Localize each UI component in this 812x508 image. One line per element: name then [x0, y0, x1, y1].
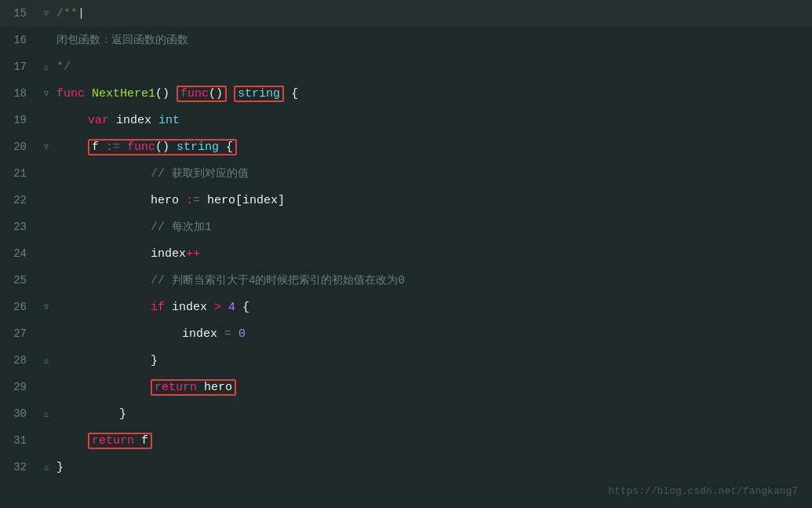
- line-num-29: 29: [0, 381, 39, 393]
- code-line-22: 22 hero := hero[index]: [0, 187, 812, 214]
- line-content-24: index++: [53, 247, 200, 261]
- fold-icon-28[interactable]: △: [39, 356, 53, 365]
- line-content-32: }: [53, 461, 64, 474]
- code-line-23: 23 // 每次加1: [0, 214, 812, 240]
- fold-icon-15[interactable]: ▽: [39, 9, 53, 18]
- code-line-24: 24 index++: [0, 240, 812, 267]
- fold-icon-30[interactable]: △: [39, 409, 53, 418]
- line-content-15: /**|: [53, 7, 85, 20]
- fold-icon-27: [39, 330, 53, 338]
- line-num-21: 21: [0, 167, 39, 180]
- fold-icon-25: [39, 276, 53, 285]
- line-content-20: f := func() string {: [53, 139, 237, 155]
- line-num-18: 18: [0, 87, 39, 100]
- fold-icon-29: [39, 383, 53, 392]
- watermark: https://blog.csdn.net/fangkang7: [608, 485, 798, 497]
- line-num-28: 28: [0, 354, 39, 367]
- line-num-27: 27: [0, 327, 39, 340]
- fold-icon-24: [39, 250, 53, 258]
- line-num-22: 22: [0, 194, 39, 206]
- line-content-18: func NextHere1() func() string {: [53, 86, 298, 102]
- line-num-25: 25: [0, 274, 39, 287]
- code-line-18: 18 ▽ func NextHere1() func() string {: [0, 80, 812, 107]
- fold-icon-21: [39, 170, 53, 178]
- code-line-26: 26 ▽ if index > 4 {: [0, 294, 812, 320]
- code-line-20: 20 ▽ f := func() string {: [0, 133, 812, 160]
- line-num-24: 24: [0, 247, 39, 260]
- code-line-17: 17 △ */: [0, 53, 812, 80]
- fold-icon-23: [39, 223, 53, 232]
- line-content-19: var index int: [53, 114, 180, 127]
- line-content-22: hero := hero[index]: [53, 194, 285, 207]
- line-num-23: 23: [0, 221, 39, 233]
- line-num-17: 17: [0, 60, 39, 73]
- line-num-30: 30: [0, 407, 39, 420]
- line-content-21: // 获取到对应的值: [53, 166, 249, 181]
- fold-icon-31: [39, 437, 53, 445]
- line-content-31: return f: [53, 433, 152, 449]
- line-content-25: // 判断当索引大于4的时候把索引的初始值在改为0: [53, 273, 405, 287]
- line-num-26: 26: [0, 301, 39, 313]
- fold-icon-20[interactable]: ▽: [39, 142, 53, 152]
- line-content-28: }: [53, 354, 158, 367]
- line-content-16: 闭包函数：返回函数的函数: [53, 33, 188, 47]
- code-line-32: 32 △ }: [0, 454, 812, 481]
- line-num-31: 31: [0, 434, 39, 447]
- fold-icon-17: △: [39, 62, 53, 71]
- line-num-15: 15: [0, 7, 39, 20]
- code-line-29: 29 return hero: [0, 374, 812, 400]
- code-line-27: 27 index = 0: [0, 320, 812, 347]
- fold-icon-32[interactable]: △: [39, 462, 53, 472]
- fold-icon-26[interactable]: ▽: [39, 302, 53, 312]
- line-content-30: }: [53, 407, 126, 421]
- line-content-29: return hero: [53, 379, 236, 396]
- line-content-17: */: [53, 60, 71, 74]
- fold-icon-18[interactable]: ▽: [39, 89, 53, 98]
- code-line-28: 28 △ }: [0, 347, 812, 374]
- line-num-20: 20: [0, 141, 39, 153]
- code-line-21: 21 // 获取到对应的值: [0, 160, 812, 187]
- line-content-23: // 每次加1: [53, 220, 211, 234]
- fold-icon-19: [39, 116, 53, 125]
- line-num-32: 32: [0, 461, 39, 473]
- fold-icon-22: [39, 196, 53, 205]
- line-content-26: if index > 4 {: [53, 301, 249, 314]
- line-content-27: index = 0: [53, 327, 246, 341]
- code-editor: 15 ▽ /**| 16 闭包函数：返回函数的函数 17 △ */ 18 ▽ f…: [0, 0, 812, 508]
- line-num-16: 16: [0, 34, 39, 46]
- code-line-25: 25 // 判断当索引大于4的时候把索引的初始值在改为0: [0, 267, 812, 294]
- code-line-15: 15 ▽ /**|: [0, 0, 812, 27]
- line-num-19: 19: [0, 114, 39, 126]
- code-line-16: 16 闭包函数：返回函数的函数: [0, 27, 812, 53]
- code-line-19: 19 var index int: [0, 107, 812, 133]
- fold-icon-16: [39, 36, 53, 45]
- code-line-31: 31 return f: [0, 427, 812, 454]
- code-line-30: 30 △ }: [0, 400, 812, 427]
